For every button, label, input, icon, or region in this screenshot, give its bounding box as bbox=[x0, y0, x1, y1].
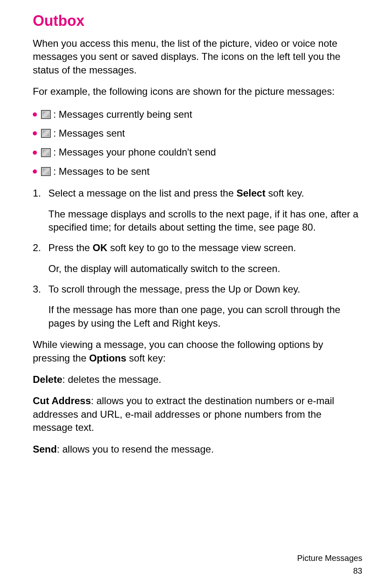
step-para: If the message has more than one page, y… bbox=[48, 303, 362, 330]
icon-bullet-list: : Messages currently being sent : Messag… bbox=[33, 107, 362, 180]
bullet-text: : Messages to be sent bbox=[53, 164, 150, 179]
message-pending-icon bbox=[41, 167, 51, 176]
delete-text: : deletes the message. bbox=[62, 374, 161, 385]
page-number: 83 bbox=[297, 566, 362, 576]
bullet-icon bbox=[33, 131, 37, 135]
bullet-text: : Messages sent bbox=[53, 126, 125, 141]
page-footer: Picture Messages 83 bbox=[297, 554, 362, 576]
options-text: soft key: bbox=[126, 352, 166, 364]
message-failed-icon bbox=[41, 148, 51, 157]
step-para: Or, the display will automatically switc… bbox=[48, 262, 362, 275]
bullet-text: : Messages your phone couldn't send bbox=[53, 144, 216, 160]
step-para: The message displays and scrolls to the … bbox=[48, 208, 362, 234]
steps-list: Select a message on the list and press t… bbox=[33, 187, 362, 330]
send-label: Send bbox=[33, 444, 57, 455]
intro-paragraph-1: When you access this menu, the list of t… bbox=[33, 37, 362, 77]
message-sent-icon bbox=[41, 129, 51, 138]
options-key-label: Options bbox=[89, 352, 126, 364]
section-heading: Outbox bbox=[33, 12, 362, 30]
send-text: : allows you to resend the message. bbox=[57, 444, 214, 455]
cut-address-option: Cut Address: allows you to extract the d… bbox=[33, 394, 362, 434]
footer-section-label: Picture Messages bbox=[297, 554, 362, 563]
delete-option: Delete: deletes the message. bbox=[33, 373, 362, 386]
step-text: To scroll through the message, press the… bbox=[48, 284, 300, 295]
list-item: : Messages to be sent bbox=[33, 164, 362, 179]
bullet-icon bbox=[33, 169, 37, 174]
ok-key-label: OK bbox=[93, 242, 107, 253]
step-text: Select a message on the list and press t… bbox=[48, 188, 236, 199]
select-key-label: Select bbox=[236, 188, 266, 199]
list-item: : Messages currently being sent bbox=[33, 107, 362, 122]
list-item: : Messages your phone couldn't send bbox=[33, 144, 362, 160]
step-1: Select a message on the list and press t… bbox=[33, 187, 362, 234]
bullet-text: : Messages currently being sent bbox=[53, 107, 192, 122]
step-text: soft key to go to the message view scree… bbox=[107, 242, 296, 253]
step-2: Press the OK soft key to go to the messa… bbox=[33, 241, 362, 275]
delete-label: Delete bbox=[33, 374, 62, 385]
step-text: Press the bbox=[48, 242, 93, 253]
options-text: While viewing a message, you can choose … bbox=[33, 339, 323, 363]
list-item: : Messages sent bbox=[33, 126, 362, 141]
bullet-icon bbox=[33, 151, 37, 155]
step-text: soft key. bbox=[266, 188, 304, 199]
intro-paragraph-2: For example, the following icons are sho… bbox=[33, 85, 362, 98]
message-sending-icon bbox=[41, 110, 51, 119]
send-option: Send: allows you to resend the message. bbox=[33, 443, 362, 456]
step-3: To scroll through the message, press the… bbox=[33, 283, 362, 330]
bullet-icon bbox=[33, 112, 37, 117]
options-intro: While viewing a message, you can choose … bbox=[33, 338, 362, 365]
cut-address-label: Cut Address bbox=[33, 395, 91, 406]
